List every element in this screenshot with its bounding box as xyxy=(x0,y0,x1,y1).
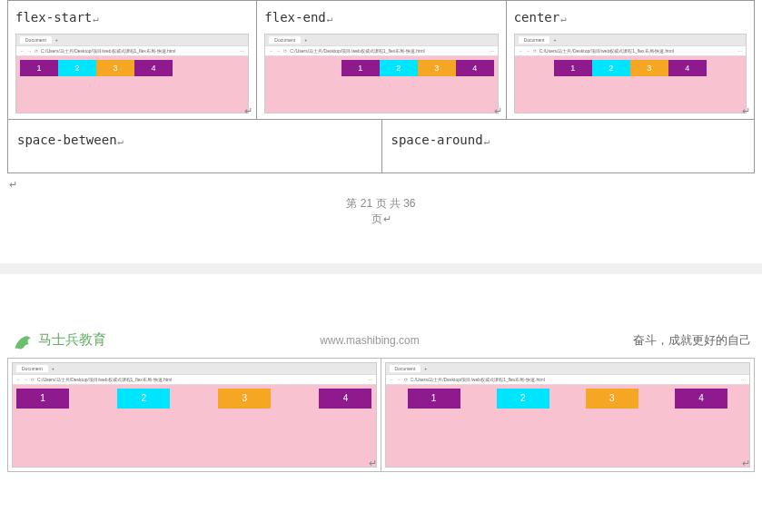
menu-dots-icon: ⋯ xyxy=(741,377,746,382)
label-center: center↵ xyxy=(514,10,747,25)
flex-item: 1 xyxy=(408,389,460,409)
cell-flex-start: flex-start↵ Document+ ←→⟳C:/Users/马士兵/De… xyxy=(7,0,256,119)
cell-flex-end: flex-end↵ Document+ ←→⟳C:/Users/马士兵/Desk… xyxy=(256,0,505,119)
url-text: C:/Users/马士兵/Desktop/项目/web权威式课程1_flex布局… xyxy=(41,48,237,54)
reload-icon: ⟳ xyxy=(31,377,35,382)
flex-item: 4 xyxy=(456,60,494,76)
demo-grid-row2: space-between↵ space-around↵ xyxy=(7,120,755,173)
flex-item: 4 xyxy=(319,389,371,409)
reload-icon: ⟳ xyxy=(35,48,38,54)
line-break-glyph: ↵ xyxy=(327,13,333,25)
browser-viewport: 1 2 3 4 xyxy=(16,56,248,113)
mini-browser: Document+ ←→⟳C:/Users/马士兵/Desktop/项目/web… xyxy=(264,34,498,113)
flex-container-sa: 1 2 3 4 xyxy=(390,389,747,463)
flex-container-fe: 1 2 3 4 xyxy=(269,60,493,109)
flex-item: 3 xyxy=(96,60,134,76)
line-break-glyph: ↵ xyxy=(742,105,750,117)
browser-addressbar: ←→⟳C:/Users/马士兵/Desktop/项目/web权威式课程1_fle… xyxy=(265,45,497,56)
flex-container-fs: 1 2 3 4 xyxy=(20,60,244,109)
flex-item: 2 xyxy=(58,60,96,76)
paragraph-mark: ↵ xyxy=(9,179,762,191)
flex-item: 2 xyxy=(117,389,170,409)
url-text: C:/Users/马士兵/Desktop/项目/web权威式课程1_flex布局… xyxy=(37,377,365,382)
flex-item: 4 xyxy=(134,60,173,76)
line-break-glyph: ↵ xyxy=(560,13,567,25)
mini-browser: Document+ ←→⟳C:/Users/马士兵/Desktop/项目/web… xyxy=(385,362,751,468)
nav-back-icon: ← xyxy=(20,48,25,54)
page-footer-info: 第 21 页 共 36 xyxy=(0,196,762,212)
flex-item: 1 xyxy=(16,389,69,409)
line-break-glyph: ↵ xyxy=(118,135,124,147)
nav-fwd-icon: → xyxy=(24,377,28,382)
nav-back-icon: ← xyxy=(269,48,273,54)
url-text: C:/Users/马士兵/Desktop/项目/web权威式课程1_flex布局… xyxy=(290,48,486,54)
browser-tabbar: Document+ xyxy=(265,34,497,45)
nav-fwd-icon: → xyxy=(397,377,401,382)
flex-item: 3 xyxy=(218,389,271,409)
browser-viewport: 1 2 3 4 xyxy=(386,385,750,467)
flex-item: 2 xyxy=(380,60,418,76)
line-break-glyph: ↵ xyxy=(93,13,99,25)
horse-icon xyxy=(11,329,35,352)
browser-tab: Document xyxy=(269,36,301,44)
nav-fwd-icon: → xyxy=(276,48,281,54)
menu-dots-icon: ⋯ xyxy=(490,48,494,54)
menu-dots-icon: ⋯ xyxy=(240,48,244,54)
flex-item: 3 xyxy=(630,60,668,76)
flex-item: 1 xyxy=(20,60,58,76)
browser-viewport: 1 2 3 4 xyxy=(515,56,746,113)
nav-back-icon: ← xyxy=(16,377,21,382)
url-text: C:/Users/马士兵/Desktop/项目/web权威式课程1_flex布局… xyxy=(539,48,735,54)
demo-grid-bottom: Document+ ←→⟳C:/Users/马士兵/Desktop/项目/web… xyxy=(7,358,755,472)
logo: 马士兵教育 xyxy=(11,329,106,352)
browser-addressbar: ←→⟳C:/Users/马士兵/Desktop/项目/web权威式课程1_fle… xyxy=(13,374,376,385)
cell-sb-demo: Document+ ←→⟳C:/Users/马士兵/Desktop/项目/web… xyxy=(7,358,381,472)
label-flex-start: flex-start↵ xyxy=(15,10,249,25)
label-space-between: space-between↵ xyxy=(17,133,372,147)
menu-dots-icon: ⋯ xyxy=(368,377,372,382)
tab-plus-icon: + xyxy=(55,37,58,43)
tab-plus-icon: + xyxy=(304,37,307,43)
flex-item: 4 xyxy=(668,60,707,76)
line-break-glyph: ↵ xyxy=(484,135,490,147)
page-footer-info-2: 页↵ xyxy=(0,212,762,227)
menu-dots-icon: ⋯ xyxy=(737,48,742,54)
browser-addressbar: ←→⟳C:/Users/马士兵/Desktop/项目/web权威式课程1_fle… xyxy=(515,45,746,56)
flex-item: 2 xyxy=(497,389,549,409)
browser-tabbar: Document+ xyxy=(13,363,376,374)
reload-icon: ⟳ xyxy=(533,48,537,54)
site-url: www.mashibing.com xyxy=(106,334,633,347)
slogan: 奋斗，成就更好的自己 xyxy=(633,332,751,349)
line-break-glyph: ↵ xyxy=(742,458,750,469)
cell-space-around: space-around↵ xyxy=(381,120,756,173)
browser-addressbar: ←→⟳C:/Users/马士兵/Desktop/项目/web权威式课程1_fle… xyxy=(16,45,248,56)
reload-icon: ⟳ xyxy=(404,377,408,382)
flex-item: 3 xyxy=(586,389,638,409)
browser-tab: Document xyxy=(16,365,48,372)
label-flex-end: flex-end↵ xyxy=(264,10,498,25)
logo-text: 马士兵教育 xyxy=(38,331,106,349)
line-break-glyph: ↵ xyxy=(244,105,252,117)
flex-item: 4 xyxy=(675,389,727,409)
browser-tabbar: Document+ xyxy=(515,34,746,45)
mini-browser: Document+ ←→⟳C:/Users/马士兵/Desktop/项目/web… xyxy=(514,34,747,113)
browser-tab: Document xyxy=(519,36,550,44)
tab-plus-icon: + xyxy=(553,37,556,43)
reload-icon: ⟳ xyxy=(283,48,287,54)
page-header-band: 马士兵教育 www.mashibing.com 奋斗，成就更好的自己 xyxy=(0,329,762,352)
label-space-around: space-around↵ xyxy=(391,133,746,147)
browser-viewport: 1 2 3 4 xyxy=(265,56,497,113)
cell-sa-demo: Document+ ←→⟳C:/Users/马士兵/Desktop/项目/web… xyxy=(381,358,756,472)
demo-grid-row1: flex-start↵ Document+ ←→⟳C:/Users/马士兵/De… xyxy=(7,0,755,120)
flex-container-sb: 1 2 3 4 xyxy=(16,389,372,463)
nav-fwd-icon: → xyxy=(526,48,530,54)
line-break-glyph: ↵ xyxy=(369,458,377,469)
browser-tab: Document xyxy=(20,36,52,44)
line-break-glyph: ↵ xyxy=(494,105,502,117)
tab-plus-icon: + xyxy=(424,366,427,371)
browser-tabbar: Document+ xyxy=(16,34,248,45)
flex-item: 3 xyxy=(418,60,456,76)
cell-center: center↵ Document+ ←→⟳C:/Users/马士兵/Deskto… xyxy=(506,0,755,119)
nav-back-icon: ← xyxy=(390,377,394,382)
browser-viewport: 1 2 3 4 xyxy=(13,385,376,467)
